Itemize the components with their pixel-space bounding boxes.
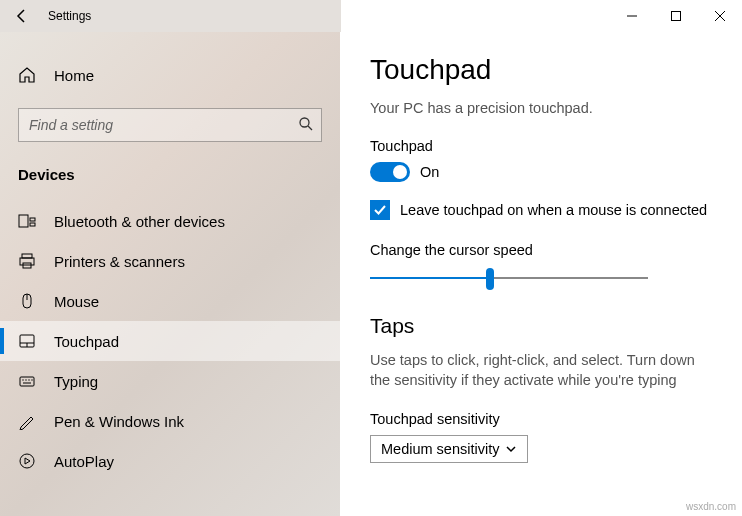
home-button[interactable]: Home [0,56,340,94]
search-icon [298,116,314,132]
keyboard-icon [18,372,36,390]
svg-rect-6 [19,215,28,227]
svg-rect-9 [22,254,32,258]
cursor-speed-slider[interactable] [370,266,648,292]
taps-description: Use taps to click, right-click, and sele… [370,350,712,391]
touchpad-toggle[interactable] [370,162,410,182]
home-icon [18,66,36,84]
close-button[interactable] [698,0,742,32]
nav-label: Printers & scanners [54,253,185,270]
maximize-button[interactable] [654,0,698,32]
slider-fill [370,277,490,279]
precision-text: Your PC has a precision touchpad. [370,100,712,116]
toggle-row: On [370,162,712,182]
nav-label: Pen & Windows Ink [54,413,184,430]
pen-icon [18,412,36,430]
sidebar-item-touchpad[interactable]: Touchpad [0,321,340,361]
checkmark-icon [373,203,387,217]
section-label: Devices [0,166,340,201]
slider-thumb [486,268,494,290]
svg-rect-7 [30,218,35,221]
autoplay-icon [18,452,36,470]
svg-rect-8 [30,223,35,226]
window-controls [610,0,742,32]
sidebar-item-pen[interactable]: Pen & Windows Ink [0,401,340,441]
svg-rect-17 [20,377,34,386]
svg-rect-1 [672,12,681,21]
sidebar-item-printers[interactable]: Printers & scanners [0,241,340,281]
taps-header: Taps [370,314,712,338]
touchpad-toggle-label: Touchpad [370,138,712,154]
sidebar-item-bluetooth[interactable]: Bluetooth & other devices [0,201,340,241]
touchpad-icon [18,332,36,350]
content: Touchpad Your PC has a precision touchpa… [340,32,742,516]
nav-label: AutoPlay [54,453,114,470]
nav-label: Typing [54,373,98,390]
sidebar-item-typing[interactable]: Typing [0,361,340,401]
nav-label: Bluetooth & other devices [54,213,225,230]
cursor-speed-label: Change the cursor speed [370,242,712,258]
maximize-icon [671,11,681,21]
svg-line-5 [308,126,312,130]
watermark: wsxdn.com [686,501,736,512]
nav-label: Touchpad [54,333,119,350]
dropdown-value: Medium sensitivity [381,441,499,457]
toggle-state-label: On [420,164,439,180]
svg-point-18 [22,379,23,380]
sidebar: Home Devices Bluetooth & other devices P… [0,32,340,516]
nav-label: Mouse [54,293,99,310]
mouse-icon [18,292,36,310]
titlebar: Settings [0,0,742,32]
minimize-icon [627,11,637,21]
sidebar-item-mouse[interactable]: Mouse [0,281,340,321]
printer-icon [18,252,36,270]
minimize-button[interactable] [610,0,654,32]
svg-point-20 [28,379,29,380]
back-button[interactable] [0,0,44,32]
svg-point-19 [25,379,26,380]
sidebar-item-autoplay[interactable]: AutoPlay [0,441,340,481]
home-label: Home [54,67,94,84]
page-title: Touchpad [370,54,712,86]
bluetooth-icon [18,212,36,230]
svg-point-23 [20,454,34,468]
sensitivity-dropdown[interactable]: Medium sensitivity [370,435,528,463]
svg-point-4 [300,118,309,127]
svg-rect-10 [20,258,34,265]
svg-point-21 [31,379,32,380]
app-title: Settings [48,9,91,23]
search-input[interactable] [18,108,322,142]
checkbox-row: Leave touchpad on when a mouse is connec… [370,200,712,220]
close-icon [715,11,725,21]
back-arrow-icon [14,8,30,24]
chevron-down-icon [505,443,517,455]
leave-on-checkbox[interactable] [370,200,390,220]
search-wrap [18,108,322,142]
sensitivity-label: Touchpad sensitivity [370,411,712,427]
checkbox-label: Leave touchpad on when a mouse is connec… [400,202,707,218]
